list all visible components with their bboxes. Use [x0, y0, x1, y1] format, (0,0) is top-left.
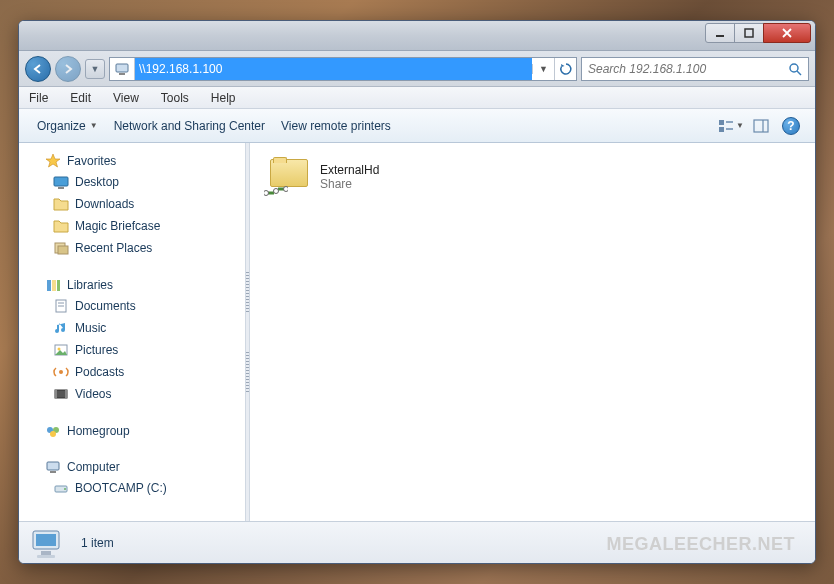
menu-file[interactable]: File [25, 89, 52, 107]
homegroup-group: Homegroup [19, 421, 245, 441]
svg-point-24 [59, 370, 63, 374]
maximize-button[interactable] [734, 23, 764, 43]
sidebar-item-label: BOOTCAMP (C:) [75, 479, 167, 497]
sidebar-item-documents[interactable]: Documents [19, 295, 245, 317]
svg-rect-27 [65, 390, 67, 398]
homegroup-icon [45, 423, 61, 439]
search-box[interactable] [581, 57, 809, 81]
svg-rect-15 [58, 246, 68, 254]
podcasts-icon [53, 364, 69, 380]
sidebar-item-label: Podcasts [75, 363, 124, 381]
file-list[interactable]: ExternalHd Share [250, 143, 815, 521]
sidebar-item-recent-places[interactable]: Recent Places [19, 237, 245, 259]
svg-rect-7 [719, 127, 724, 132]
sidebar-item-downloads[interactable]: Downloads [19, 193, 245, 215]
sidebar-item-label: Desktop [75, 173, 119, 191]
computer-label: Computer [67, 460, 120, 474]
sidebar-item-label: Documents [75, 297, 136, 315]
svg-rect-3 [119, 73, 125, 75]
statusbar: 1 item [19, 521, 815, 563]
libraries-header[interactable]: Libraries [19, 275, 245, 295]
forward-button[interactable] [55, 56, 81, 82]
address-path[interactable]: \\192.168.1.100 [135, 58, 532, 80]
sidebar-item-videos[interactable]: Videos [19, 383, 245, 405]
downloads-folder-icon [53, 196, 69, 212]
drive-icon [53, 480, 69, 496]
help-button[interactable]: ? [777, 114, 805, 138]
svg-rect-0 [716, 35, 724, 37]
sidebar-item-desktop[interactable]: Desktop [19, 171, 245, 193]
sidebar-item-podcasts[interactable]: Podcasts [19, 361, 245, 383]
view-remote-printers-button[interactable]: View remote printers [273, 115, 399, 137]
network-location-icon [114, 61, 130, 77]
change-view-button[interactable]: ▼ [717, 114, 745, 138]
svg-rect-16 [47, 280, 51, 291]
close-button[interactable] [763, 23, 811, 43]
address-bar[interactable]: \\192.168.1.100 ▼ [109, 57, 577, 81]
recent-pages-dropdown[interactable]: ▼ [85, 59, 105, 79]
desktop-icon [53, 174, 69, 190]
svg-rect-1 [745, 29, 753, 37]
network-sharing-center-button[interactable]: Network and Sharing Center [106, 115, 273, 137]
menu-view[interactable]: View [109, 89, 143, 107]
videos-icon [53, 386, 69, 402]
minimize-button[interactable] [705, 23, 735, 43]
address-row: ▼ \\192.168.1.100 ▼ [19, 51, 815, 87]
svg-point-36 [274, 189, 279, 194]
computer-group: Computer BOOTCAMP (C:) [19, 457, 245, 499]
svg-rect-17 [52, 280, 56, 291]
content-area: Favorites Desktop Downloads Magic Briefc… [19, 143, 815, 521]
svg-rect-31 [47, 462, 59, 470]
organize-button[interactable]: Organize ▼ [29, 115, 106, 137]
favorites-header[interactable]: Favorites [19, 151, 245, 171]
music-icon [53, 320, 69, 336]
sidebar-item-music[interactable]: Music [19, 317, 245, 339]
sidebar-item-label: Pictures [75, 341, 118, 359]
svg-point-30 [50, 431, 56, 437]
homegroup-header[interactable]: Homegroup [19, 421, 245, 441]
sidebar-item-pictures[interactable]: Pictures [19, 339, 245, 361]
svg-rect-32 [50, 471, 56, 473]
computer-icon [45, 459, 61, 475]
svg-point-35 [264, 191, 269, 196]
menu-help[interactable]: Help [207, 89, 240, 107]
search-input[interactable] [588, 62, 788, 76]
file-item-externalhd[interactable]: ExternalHd Share [260, 153, 383, 201]
file-name: ExternalHd [320, 163, 379, 177]
sidebar-item-bootcamp[interactable]: BOOTCAMP (C:) [19, 477, 245, 499]
refresh-button[interactable] [554, 58, 576, 80]
svg-point-34 [64, 488, 66, 490]
search-icon [788, 62, 802, 76]
menu-edit[interactable]: Edit [66, 89, 95, 107]
menu-tools[interactable]: Tools [157, 89, 193, 107]
titlebar [19, 21, 815, 51]
shared-folder-icon [264, 157, 312, 197]
svg-line-5 [797, 71, 801, 75]
preview-pane-button[interactable] [747, 114, 775, 138]
svg-point-23 [58, 348, 61, 351]
computer-header[interactable]: Computer [19, 457, 245, 477]
back-button[interactable] [25, 56, 51, 82]
favorites-label: Favorites [67, 154, 116, 168]
svg-rect-26 [55, 390, 57, 398]
svg-rect-13 [58, 187, 64, 189]
libraries-icon [45, 277, 61, 293]
svg-rect-40 [41, 551, 51, 555]
command-bar: Organize ▼ Network and Sharing Center Vi… [19, 109, 815, 143]
favorites-group: Favorites Desktop Downloads Magic Briefc… [19, 151, 245, 259]
menubar: File Edit View Tools Help [19, 87, 815, 109]
svg-rect-12 [54, 177, 68, 186]
sidebar-item-label: Videos [75, 385, 111, 403]
sidebar-item-label: Recent Places [75, 239, 152, 257]
star-icon [45, 153, 61, 169]
sidebar-item-magic-briefcase[interactable]: Magic Briefcase [19, 215, 245, 237]
sidebar-item-label: Magic Briefcase [75, 217, 160, 235]
navigation-pane[interactable]: Favorites Desktop Downloads Magic Briefc… [19, 143, 245, 521]
svg-point-4 [790, 64, 798, 72]
svg-rect-2 [116, 64, 128, 72]
file-type: Share [320, 177, 379, 191]
window-controls [706, 23, 811, 43]
libraries-group: Libraries Documents Music Pictures Podca… [19, 275, 245, 405]
svg-rect-6 [719, 120, 724, 125]
address-history-dropdown[interactable]: ▼ [532, 64, 554, 74]
